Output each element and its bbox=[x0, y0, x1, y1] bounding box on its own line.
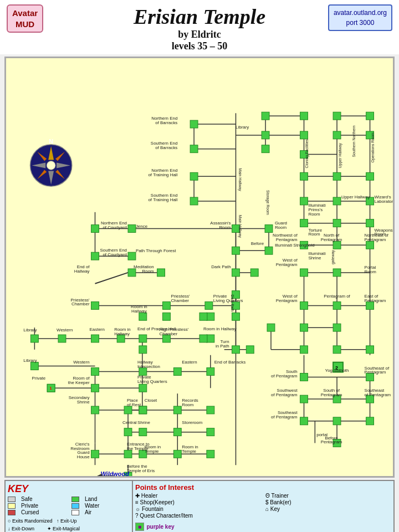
svg-rect-174 bbox=[173, 450, 181, 458]
swatch-land bbox=[71, 497, 79, 502]
svg-rect-118 bbox=[333, 172, 341, 180]
svg-rect-181 bbox=[300, 302, 308, 310]
svg-text:Temple: Temple bbox=[145, 449, 159, 454]
svg-rect-145 bbox=[30, 335, 38, 342]
svg-text:Yog Sothoth: Yog Sothoth bbox=[325, 368, 349, 373]
svg-rect-179 bbox=[300, 269, 308, 277]
svg-rect-123 bbox=[366, 219, 374, 227]
svg-rect-124 bbox=[366, 241, 374, 249]
svg-rect-186 bbox=[267, 324, 275, 331]
svg-rect-194 bbox=[300, 395, 308, 403]
svg-text:Temple: Temple bbox=[182, 449, 196, 454]
avatar-badge: Avatar MUD bbox=[7, 4, 43, 33]
svg-rect-127 bbox=[91, 252, 99, 260]
svg-rect-115 bbox=[300, 172, 308, 180]
svg-rect-133 bbox=[232, 269, 240, 277]
svg-rect-178 bbox=[333, 241, 341, 249]
svg-text:Pentagram: Pentagram bbox=[276, 262, 298, 267]
purple-key-section: ■ purple key bbox=[135, 521, 391, 531]
svg-rect-142 bbox=[163, 302, 171, 310]
svg-text:N: N bbox=[49, 138, 53, 145]
svg-text:Pentagram: Pentagram bbox=[276, 237, 298, 242]
svg-rect-170 bbox=[207, 428, 214, 436]
svg-text:Pentagram: Pentagram bbox=[276, 298, 298, 303]
svg-rect-109 bbox=[333, 131, 341, 139]
svg-rect-187 bbox=[300, 346, 308, 354]
svg-rect-107 bbox=[300, 131, 308, 139]
svg-text:Intersection: Intersection bbox=[137, 364, 160, 369]
svg-rect-104 bbox=[262, 112, 269, 120]
legend-icons-list: ○ Exits Randomized ↑ Exit-Up ↓ Exit-Down… bbox=[8, 518, 130, 532]
svg-text:Central: Central bbox=[122, 420, 137, 425]
svg-text:of Pentagram: of Pentagram bbox=[271, 415, 298, 420]
svg-rect-119 bbox=[333, 197, 341, 205]
svg-rect-103 bbox=[262, 131, 269, 139]
svg-rect-143 bbox=[205, 302, 213, 310]
svg-rect-184 bbox=[300, 324, 308, 331]
legend-left: KEY Safe Land Private Water Cursed Air ○… bbox=[6, 481, 133, 532]
svg-rect-201 bbox=[200, 313, 207, 320]
svg-text:Dark Path: Dark Path bbox=[231, 295, 234, 312]
svg-text:Library: Library bbox=[236, 125, 249, 130]
svg-text:Southern Northern: Southern Northern bbox=[352, 125, 356, 157]
svg-rect-180 bbox=[333, 269, 341, 277]
svg-text:Hallway: Hallway bbox=[74, 269, 90, 274]
svg-rect-202 bbox=[163, 313, 171, 320]
swatch-private bbox=[8, 503, 16, 509]
poi-title: Points of Interest bbox=[135, 483, 391, 492]
svg-text:Private: Private bbox=[32, 376, 46, 381]
svg-rect-162 bbox=[91, 406, 99, 414]
svg-rect-167 bbox=[124, 428, 132, 436]
swatch-safe bbox=[8, 497, 16, 502]
svg-text:Before: Before bbox=[251, 241, 264, 246]
svg-rect-165 bbox=[173, 406, 181, 414]
svg-rect-146 bbox=[30, 362, 38, 370]
swatch-cursed bbox=[8, 510, 16, 515]
svg-rect-155 bbox=[139, 368, 147, 376]
svg-point-10 bbox=[47, 161, 55, 170]
svg-text:Room: Room bbox=[374, 232, 386, 237]
legend: KEY Safe Land Private Water Cursed Air ○… bbox=[4, 480, 395, 532]
svg-text:in Path: in Path bbox=[216, 344, 229, 349]
svg-text:Shrine: Shrine bbox=[137, 420, 150, 425]
svg-text:Eastern: Eastern bbox=[90, 327, 105, 332]
poi-grid: ✚ Healer Θ Trainer ≡ Shop(Keeper) $ Bank… bbox=[135, 493, 391, 519]
svg-rect-116 bbox=[300, 197, 308, 205]
svg-rect-163 bbox=[124, 406, 132, 414]
avatar-line2: MUD bbox=[16, 19, 34, 29]
svg-text:Chamber: Chamber bbox=[171, 298, 189, 303]
svg-text:Library: Library bbox=[23, 358, 37, 363]
legend-swatches: Safe Land Private Water Cursed Air bbox=[8, 496, 130, 515]
svg-text:Chamber: Chamber bbox=[71, 301, 90, 306]
svg-rect-156 bbox=[91, 368, 99, 376]
svg-rect-110 bbox=[333, 112, 341, 120]
swatch-air bbox=[71, 510, 79, 515]
svg-text:Pentagram: Pentagram bbox=[321, 392, 342, 397]
svg-rect-138 bbox=[246, 346, 254, 354]
svg-rect-197 bbox=[300, 417, 308, 425]
svg-text:Pentagram: Pentagram bbox=[365, 298, 386, 303]
svg-text:gateway: gateway bbox=[331, 250, 335, 264]
label-air: Air bbox=[85, 509, 130, 515]
map-svg: N bbox=[6, 58, 393, 476]
svg-text:portal: portal bbox=[316, 432, 328, 437]
svg-text:Temple of Eris: Temple of Eris bbox=[127, 468, 155, 473]
svg-text:of Training Hall: of Training Hall bbox=[148, 172, 177, 177]
svg-text:of Pentagram: of Pentagram bbox=[271, 374, 298, 378]
label-cursed: Cursed bbox=[21, 509, 69, 515]
purple-key-label: purple key bbox=[147, 524, 175, 530]
svg-rect-192 bbox=[300, 373, 308, 381]
svg-rect-111 bbox=[366, 112, 374, 120]
svg-rect-157 bbox=[173, 368, 181, 376]
svg-rect-141 bbox=[91, 302, 99, 310]
svg-text:1: 1 bbox=[49, 386, 52, 391]
svg-rect-114 bbox=[190, 197, 198, 205]
svg-rect-168 bbox=[139, 428, 147, 436]
svg-text:Library: Library bbox=[23, 328, 37, 332]
svg-rect-130 bbox=[265, 225, 273, 233]
svg-rect-125 bbox=[128, 225, 136, 233]
svg-rect-106 bbox=[300, 112, 308, 120]
svg-rect-182 bbox=[333, 302, 341, 310]
legend-title: KEY bbox=[8, 483, 28, 494]
svg-rect-199 bbox=[366, 417, 374, 425]
